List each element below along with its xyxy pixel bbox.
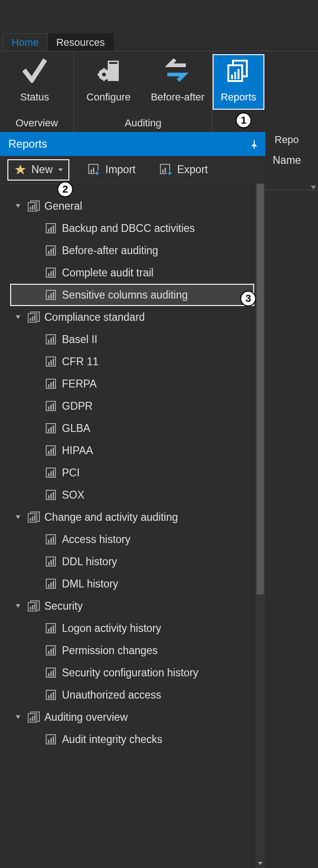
tree-group[interactable]: General xyxy=(0,195,265,217)
report-icon xyxy=(45,423,56,434)
tree-item-label: Unauthorized access xyxy=(62,689,161,701)
report-icon xyxy=(45,623,56,634)
tree-item-label: Backup and DBCC activities xyxy=(62,222,195,235)
tree-item-label: Complete audit trail xyxy=(62,267,153,279)
tree-item-label: CFR 11 xyxy=(62,356,98,368)
tree-group[interactable]: Compliance standard xyxy=(0,306,265,328)
reports-tree[interactable]: GeneralBackup and DBCC activitiesBefore-… xyxy=(0,184,265,750)
report-icon xyxy=(45,734,56,745)
pin-icon[interactable] xyxy=(250,139,259,149)
report-icon xyxy=(45,245,56,256)
report-icon xyxy=(45,378,56,389)
report-icon xyxy=(45,689,56,700)
chevron-down-icon xyxy=(16,315,20,319)
before-after-button[interactable]: Before-after xyxy=(143,54,213,110)
reports-tree-panel: GeneralBackup and DBCC activitiesBefore-… xyxy=(0,184,265,868)
report-group-icon xyxy=(27,711,41,723)
tree-item-label: Basel II xyxy=(62,333,98,346)
tree-group[interactable]: Change and activity auditing xyxy=(0,506,265,528)
report-icon xyxy=(45,667,56,678)
tree-item-label: Sensitive columns auditing xyxy=(62,289,188,301)
ribbon: Status Overview Configure Before-after A… xyxy=(0,51,318,132)
tree-item[interactable]: CFR 11 xyxy=(0,350,265,373)
right-panel-clipped: Repo Name xyxy=(265,132,318,190)
tree-group-label: Auditing overview xyxy=(44,711,128,724)
tree-item[interactable]: Basel II xyxy=(0,328,265,350)
tree-item-label: Permission changes xyxy=(62,644,158,657)
report-icon xyxy=(45,534,56,545)
tree-group[interactable]: Security xyxy=(0,595,265,617)
status-label: Status xyxy=(20,91,49,103)
tree-item[interactable]: Unauthorized access xyxy=(0,684,265,706)
chevron-down-icon xyxy=(16,715,20,719)
tree-item-label: Before-after auditing xyxy=(62,244,158,257)
chevron-down-icon xyxy=(16,204,20,208)
gear-icon xyxy=(97,59,121,83)
tree-item-label: FERPA xyxy=(62,378,97,390)
before-after-label: Before-after xyxy=(151,91,204,103)
reports-icon xyxy=(226,59,251,83)
report-icon xyxy=(45,289,56,300)
callout-3: 3 xyxy=(240,291,256,306)
tree-group[interactable]: Auditing overview xyxy=(0,706,265,728)
reports-panel-title: Reports xyxy=(8,137,47,150)
tree-item-label: Access history xyxy=(62,533,130,546)
tree-item[interactable]: GDPR xyxy=(0,395,265,417)
tree-item[interactable]: GLBA xyxy=(0,417,265,439)
tree-item[interactable]: Permission changes xyxy=(0,639,265,662)
scrollbar[interactable] xyxy=(255,184,265,868)
main-tabs: Home Resources xyxy=(0,0,318,51)
report-group-icon xyxy=(27,511,41,523)
report-icon xyxy=(45,356,56,367)
reports-panel-toolbar: New Import Export xyxy=(0,156,265,184)
tree-item-label: SOX xyxy=(62,489,85,501)
tree-item[interactable]: Complete audit trail xyxy=(0,262,265,284)
tree-item[interactable]: Before-after auditing xyxy=(0,239,265,262)
tree-group-label: Security xyxy=(44,600,83,612)
tree-item[interactable]: Backup and DBCC activities xyxy=(0,217,265,239)
tree-item[interactable]: DDL history xyxy=(0,550,265,573)
report-group-icon xyxy=(27,311,41,323)
tree-item[interactable]: Access history xyxy=(0,528,265,550)
tree-item[interactable]: DML history xyxy=(0,573,265,595)
overview-group-label: Overview xyxy=(0,117,73,130)
auditing-group-label: Auditing xyxy=(74,117,212,130)
configure-label: Configure xyxy=(86,91,130,103)
tree-item[interactable]: Audit integrity checks xyxy=(0,728,265,750)
tree-item[interactable]: SOX xyxy=(0,484,265,506)
chevron-down-icon xyxy=(16,515,20,519)
export-button[interactable]: Export xyxy=(154,159,213,181)
new-label: New xyxy=(31,163,53,176)
tree-item[interactable]: HIPAA xyxy=(0,439,265,462)
tree-item[interactable]: PCI xyxy=(0,462,265,484)
star-icon xyxy=(14,163,27,176)
reports-group-label-clipped: Repo xyxy=(265,132,318,148)
tree-item-label: DDL history xyxy=(62,556,117,568)
tree-group-label: General xyxy=(44,200,82,212)
tab-resources[interactable]: Resources xyxy=(48,33,114,51)
tree-item-label: Security configuration history xyxy=(62,667,198,679)
tree-item[interactable]: Sensitive columns auditing xyxy=(10,284,254,306)
callout-2: 2 xyxy=(57,181,73,197)
scrollbar-thumb[interactable] xyxy=(257,184,264,594)
check-icon xyxy=(23,59,47,83)
dropdown-filter-icon[interactable] xyxy=(265,190,318,190)
new-button[interactable]: New xyxy=(7,159,69,181)
export-label: Export xyxy=(177,163,208,176)
import-icon xyxy=(88,163,101,176)
tree-item-label: GLBA xyxy=(62,422,90,435)
reports-button[interactable]: Reports xyxy=(213,54,264,110)
report-icon xyxy=(45,223,56,234)
tree-group-label: Change and activity auditing xyxy=(44,511,178,524)
arrows-swap-icon xyxy=(165,59,190,83)
configure-button[interactable]: Configure xyxy=(74,54,143,110)
report-icon xyxy=(45,400,56,412)
tree-item[interactable]: FERPA xyxy=(0,373,265,395)
status-button[interactable]: Status xyxy=(0,54,69,110)
import-button[interactable]: Import xyxy=(82,159,141,181)
tree-item[interactable]: Security configuration history xyxy=(0,662,265,684)
scroll-down-icon[interactable] xyxy=(255,859,265,868)
tab-home[interactable]: Home xyxy=(3,33,48,51)
callout-1: 1 xyxy=(236,112,251,128)
tree-item[interactable]: Logon activity history xyxy=(0,617,265,639)
